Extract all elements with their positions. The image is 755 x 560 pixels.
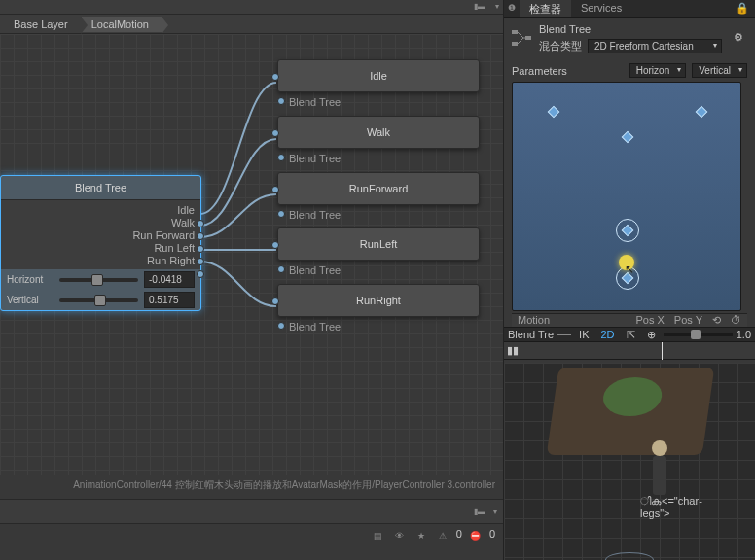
blend-point[interactable] [696, 106, 708, 119]
output-runright: Run Right [147, 255, 195, 266]
blend-type-dropdown[interactable]: 2D Freeform Cartesian [588, 39, 722, 53]
2d-toggle[interactable]: 2D [597, 329, 619, 340]
dropdown-icon[interactable]: ▾ [495, 2, 499, 11]
pivot-icon[interactable]: ⇱ [623, 329, 639, 341]
divider [557, 334, 571, 335]
tab-services[interactable]: Services [571, 0, 631, 17]
animator-graph-panel: ▮▬ ▾ Base Layer LocalMotion Blend Tree I… [0, 0, 503, 560]
breadcrumb-base[interactable]: Base Layer [4, 17, 82, 32]
blend-point[interactable] [548, 106, 560, 119]
blend-cursor[interactable] [619, 255, 634, 270]
port-in[interactable] [271, 298, 279, 305]
port-sub[interactable] [277, 154, 285, 161]
error-icon[interactable]: ⛔ [468, 528, 484, 543]
node-idle[interactable]: Idle Blend Tree [277, 59, 480, 108]
preview-title: Blend Tre [508, 329, 554, 340]
node-runforward[interactable]: RunForward Blend Tree [277, 172, 480, 221]
breadcrumb: Base Layer LocalMotion [0, 15, 503, 34]
output-runleft: Run Left [154, 242, 195, 254]
port-in[interactable] [271, 241, 279, 249]
breadcrumb-current[interactable]: LocalMotion [82, 17, 162, 32]
port-in[interactable] [271, 186, 279, 193]
param-y-dropdown[interactable]: Vertical [692, 63, 747, 78]
motion-list-header: Motion Pos X Pos Y ⟲ ⏱ [512, 313, 747, 327]
node-runleft[interactable]: RunLeft Blend Tree [277, 228, 480, 276]
port-sub[interactable] [277, 265, 285, 273]
toolbar-icon[interactable]: ▮▬ [474, 508, 485, 516]
bottom-toolbar: ▮▬ ▾ [0, 499, 503, 523]
info-icon: ❶ [504, 0, 520, 16]
dropdown-icon[interactable]: ▾ [493, 508, 497, 516]
warning-icon[interactable]: ⚠ [435, 528, 450, 543]
star-icon[interactable]: ★ [413, 528, 429, 543]
port-out-runright[interactable] [197, 270, 204, 278]
speed-slider[interactable] [664, 332, 733, 336]
playhead[interactable] [662, 342, 663, 360]
settings-icon[interactable]: ⊕ [643, 329, 660, 341]
parameters-row: Parameters Horizon Vertical [504, 57, 755, 80]
output-walk: Walk [171, 217, 195, 228]
node-graph[interactable]: Blend Tree Idle Walk Run Forward Run Lef… [0, 34, 503, 475]
blend-space-2d[interactable]: ↖ [512, 82, 741, 311]
param-slider-y[interactable]: Vertical 0.5175 [1, 290, 200, 310]
terrain-mesh [547, 368, 715, 455]
node-blend-tree-root[interactable]: Blend Tree Idle Walk Run Forward Run Lef… [0, 175, 201, 311]
param-slider-x[interactable]: Horizont -0.0418 [1, 269, 200, 290]
status-tray: ▤ 👁 ★ ⚠0 ⛔0 [0, 523, 503, 560]
port-out-runforward[interactable] [197, 245, 204, 253]
svg-rect-2 [525, 36, 531, 40]
gear-icon[interactable]: ⚙ [728, 29, 749, 46]
character-preview: ിക<="char-legs"> [640, 440, 679, 547]
pause-button[interactable]: ▮▮ [504, 342, 521, 360]
asset-path: AnimationController/44 控制红帽木头动画的播放和Avata… [0, 476, 503, 494]
playback-bar[interactable]: ▮▮ [504, 342, 755, 360]
output-runforward: Run Forward [132, 229, 195, 241]
port-sub[interactable] [277, 210, 285, 218]
layers-icon[interactable]: ▤ [371, 528, 386, 543]
speed-value: 1.0 [737, 329, 751, 340]
toolbar-top: ▮▬ ▾ [0, 0, 503, 15]
blend-point[interactable] [622, 131, 634, 144]
port-in[interactable] [271, 129, 279, 137]
lock-icon[interactable]: 🔒 [730, 0, 755, 17]
port-out-walk[interactable] [197, 232, 204, 240]
param-x-dropdown[interactable]: Horizon [629, 63, 686, 78]
svg-rect-1 [512, 42, 518, 46]
inspector-panel: ❶ 检查器 Services 🔒 Blend Tree 混合类型 2D Free… [503, 0, 755, 560]
preview-toolbar: Blend Tre IK 2D ⇱ ⊕ 1.0 [504, 327, 755, 342]
inspector-name[interactable]: Blend Tree [539, 21, 722, 37]
node-walk[interactable]: Walk Blend Tree [277, 116, 480, 164]
tab-inspector[interactable]: 检查器 [520, 0, 571, 17]
node-title: Blend Tree [1, 176, 200, 199]
speed-icon: ⏱ [731, 314, 741, 327]
blend-type-label: 混合类型 [539, 39, 582, 53]
inspector-tabs: ❶ 检查器 Services 🔒 [504, 0, 755, 18]
ik-toggle[interactable]: IK [575, 329, 593, 340]
blendtree-icon [510, 26, 533, 50]
visibility-icon[interactable]: 👁 [392, 528, 408, 543]
auto-live-icon[interactable]: ▮▬ [474, 2, 485, 11]
port-out-idle[interactable] [197, 220, 204, 228]
port-sub[interactable] [277, 97, 285, 105]
node-runright[interactable]: RunRight Blend Tree [277, 284, 480, 332]
port-in[interactable] [271, 73, 279, 81]
port-out-runleft[interactable] [197, 258, 204, 265]
port-sub[interactable] [277, 322, 285, 330]
svg-rect-0 [512, 30, 518, 34]
preview-viewport[interactable]: ിക<="char-legs"> [504, 363, 755, 560]
mirror-icon: ⟲ [712, 314, 721, 327]
inspector-header: Blend Tree 混合类型 2D Freeform Cartesian ⚙ [504, 18, 755, 57]
output-idle: Idle [177, 204, 195, 216]
